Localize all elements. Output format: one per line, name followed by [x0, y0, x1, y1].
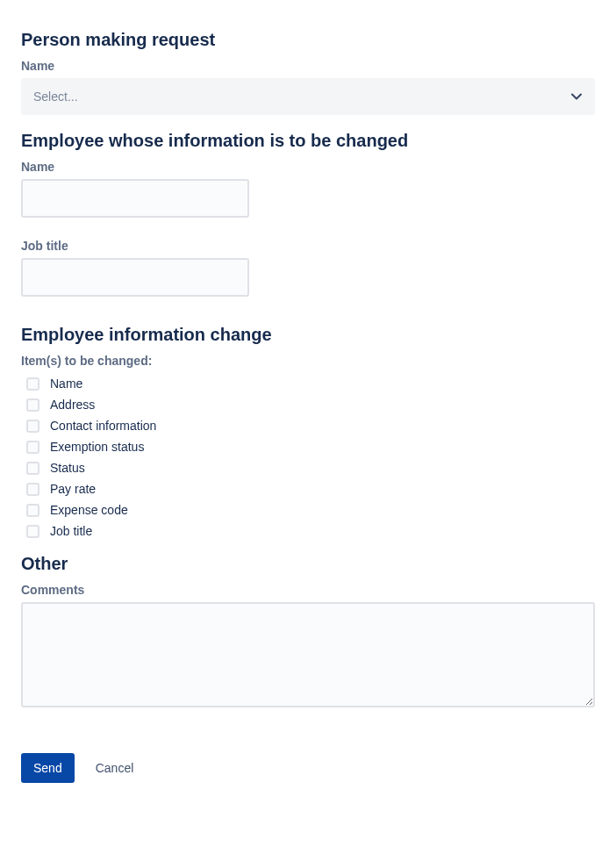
comments-label: Comments — [21, 583, 595, 597]
requester-name-label: Name — [21, 59, 595, 73]
chevron-down-icon — [570, 90, 583, 103]
checkbox-label: Status — [50, 461, 85, 475]
checkbox-label: Pay rate — [50, 482, 96, 496]
section-heading-change: Employee information change — [21, 325, 595, 345]
checkbox-item-payrate[interactable]: Pay rate — [21, 478, 595, 499]
checkbox-label: Address — [50, 398, 95, 412]
cancel-button[interactable]: Cancel — [89, 753, 141, 783]
checkbox-item-name[interactable]: Name — [21, 373, 595, 394]
checkbox-label: Contact information — [50, 419, 156, 433]
section-heading-employee: Employee whose information is to be chan… — [21, 131, 595, 151]
checkbox-label: Exemption status — [50, 440, 144, 454]
button-row: Send Cancel — [21, 753, 595, 783]
checkbox-box — [26, 462, 39, 475]
employee-jobtitle-label: Job title — [21, 239, 595, 253]
change-items-label: Item(s) to be changed: — [21, 354, 595, 368]
section-heading-requester: Person making request — [21, 30, 595, 50]
requester-name-select[interactable]: Select... — [21, 78, 595, 115]
checkbox-label: Job title — [50, 524, 92, 538]
checkbox-item-jobtitle[interactable]: Job title — [21, 520, 595, 542]
employee-jobtitle-input[interactable] — [21, 258, 249, 297]
checkbox-item-contact[interactable]: Contact information — [21, 415, 595, 436]
checkbox-item-exemption[interactable]: Exemption status — [21, 436, 595, 457]
employee-name-label: Name — [21, 160, 595, 174]
change-items-list: Name Address Contact information Exempti… — [21, 373, 595, 542]
checkbox-label: Name — [50, 377, 82, 391]
select-placeholder: Select... — [33, 90, 78, 104]
checkbox-item-address[interactable]: Address — [21, 394, 595, 415]
checkbox-box — [26, 398, 39, 412]
checkbox-label: Expense code — [50, 503, 128, 517]
checkbox-box — [26, 377, 39, 391]
checkbox-box — [26, 483, 39, 496]
checkbox-box — [26, 504, 39, 517]
section-heading-other: Other — [21, 554, 595, 574]
checkbox-box — [26, 441, 39, 454]
checkbox-item-status[interactable]: Status — [21, 457, 595, 478]
checkbox-item-expensecode[interactable]: Expense code — [21, 499, 595, 520]
checkbox-box — [26, 525, 39, 538]
send-button[interactable]: Send — [21, 753, 75, 783]
comments-textarea[interactable] — [21, 602, 595, 707]
employee-name-input[interactable] — [21, 179, 249, 218]
checkbox-box — [26, 420, 39, 433]
